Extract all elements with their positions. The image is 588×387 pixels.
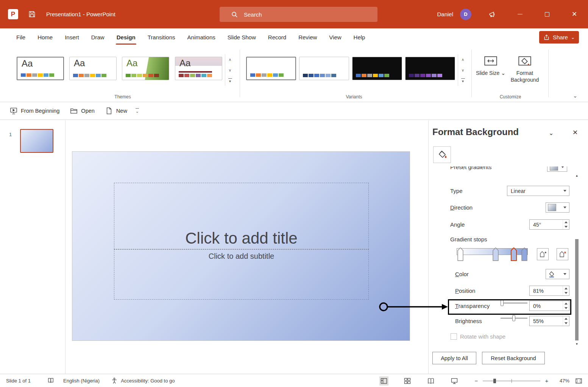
search-input[interactable] (244, 11, 373, 18)
variant-3[interactable] (352, 57, 402, 80)
search-box[interactable] (220, 7, 377, 22)
variant-4[interactable] (405, 57, 455, 80)
spin-down-icon[interactable] (563, 306, 569, 311)
apply-to-all-button[interactable]: Apply to All (432, 352, 476, 364)
tab-help[interactable]: Help (348, 28, 371, 46)
themes-scroll-down-icon[interactable]: ∨ (225, 65, 235, 75)
gradient-stops-bar[interactable] (457, 248, 528, 255)
reading-view-button[interactable] (426, 376, 435, 385)
powerpoint-logo-icon[interactable]: P (8, 9, 18, 19)
zoom-in-button[interactable]: + (544, 378, 550, 384)
fit-slide-to-window-button[interactable] (575, 377, 583, 385)
spin-up-icon[interactable] (563, 301, 569, 306)
close-button[interactable]: ✕ (561, 0, 588, 28)
title-placeholder[interactable]: Click to add title (114, 183, 369, 249)
transparency-slider[interactable] (501, 300, 527, 306)
fill-tab-button[interactable] (433, 146, 451, 163)
type-dropdown[interactable]: Linear (507, 186, 569, 196)
save-button[interactable] (28, 10, 36, 18)
direction-dropdown[interactable] (546, 202, 569, 213)
theme-3[interactable]: Aa (122, 57, 169, 80)
scroll-up-icon[interactable]: ▲ (574, 174, 580, 177)
variants-scroll-up-icon[interactable]: ∧ (458, 54, 468, 65)
pane-close-icon[interactable]: ✕ (572, 129, 578, 137)
variants-scroll-down-icon[interactable]: ∨ (458, 65, 468, 75)
tab-design[interactable]: Design (111, 28, 142, 46)
spell-check-button[interactable] (47, 377, 54, 384)
slider-handle[interactable] (501, 300, 504, 306)
gradient-stop-1[interactable] (457, 247, 463, 261)
slide-sorter-view-button[interactable] (403, 376, 412, 385)
tab-view[interactable]: View (323, 28, 347, 46)
remove-gradient-stop-button[interactable] (557, 248, 568, 260)
subtitle-placeholder[interactable]: Click to add subtitle (114, 249, 369, 300)
pane-collapse-chevron-icon[interactable]: ⌄ (549, 129, 554, 137)
scrollbar-thumb[interactable] (575, 239, 579, 340)
format-background-button[interactable]: Format Background (507, 53, 543, 93)
themes-scroll-up-icon[interactable]: ∧ (225, 54, 235, 65)
gradient-stop-4[interactable] (521, 247, 527, 261)
accessibility-checker-button[interactable] (111, 377, 118, 384)
from-beginning-button[interactable]: From Beginning (5, 102, 65, 120)
tab-animations[interactable]: Animations (181, 28, 221, 46)
zoom-handle[interactable] (493, 379, 496, 383)
variant-2[interactable] (299, 57, 349, 80)
transparency-spinner[interactable]: 0% (529, 301, 569, 311)
zoom-slider[interactable] (483, 378, 540, 384)
add-gradient-stop-button[interactable] (537, 248, 549, 260)
gradient-stop-2[interactable] (493, 247, 499, 261)
new-button[interactable]: New (100, 102, 133, 120)
spin-down-icon[interactable] (563, 225, 569, 230)
position-spinner[interactable]: 81% (529, 286, 569, 296)
reset-background-button[interactable]: Reset Background (482, 352, 545, 364)
slide-canvas[interactable]: Click to add title Click to add subtitle (72, 151, 410, 341)
variant-1[interactable] (246, 57, 296, 80)
brightness-spinner[interactable]: 55% (529, 316, 569, 326)
rotate-with-shape-checkbox[interactable] (451, 333, 457, 340)
collapse-ribbon-icon[interactable]: ⌄ (573, 93, 577, 99)
normal-view-button[interactable] (379, 376, 388, 385)
tab-home[interactable]: Home (31, 28, 59, 46)
spin-down-icon[interactable] (563, 291, 569, 296)
gradient-stop-3-selected[interactable] (511, 247, 517, 261)
color-dropdown[interactable] (546, 269, 569, 279)
variants-more-icon[interactable]: ▾ (458, 75, 468, 86)
tab-insert[interactable]: Insert (59, 28, 85, 46)
slide-thumbnail[interactable] (20, 129, 53, 153)
brightness-slider[interactable] (501, 315, 527, 321)
tab-slide-show[interactable]: Slide Show (221, 28, 262, 46)
angle-spinner[interactable]: 45° (529, 219, 569, 230)
slide-size-button[interactable]: Slide Size ⌄ (473, 53, 509, 93)
theme-2[interactable]: Aa (69, 57, 117, 80)
language-button[interactable]: English (Nigeria) (63, 378, 100, 384)
tab-file[interactable]: File (10, 28, 31, 46)
user-name[interactable]: Daniel (437, 11, 453, 17)
zoom-percent[interactable]: 47% (555, 378, 569, 384)
tab-transitions[interactable]: Transitions (142, 28, 181, 46)
coming-soon-button[interactable] (479, 0, 506, 28)
theme-office[interactable]: Aa (17, 57, 64, 80)
spin-up-icon[interactable] (563, 286, 569, 291)
zoom-out-button[interactable]: − (473, 378, 479, 384)
themes-group-label: Themes (17, 94, 229, 99)
tab-draw[interactable]: Draw (85, 28, 111, 46)
scroll-down-icon[interactable]: ▼ (574, 342, 580, 346)
themes-more-icon[interactable]: ▾ (225, 75, 235, 86)
customize-toolbar-chevron-icon[interactable]: ⌄ (136, 108, 139, 114)
open-button[interactable]: Open (65, 102, 100, 120)
tab-review[interactable]: Review (292, 28, 323, 46)
spin-up-icon[interactable] (563, 220, 569, 225)
slider-handle[interactable] (512, 315, 515, 321)
theme-4[interactable]: Aa (175, 57, 222, 80)
minimize-button[interactable] (506, 0, 533, 28)
spin-up-icon[interactable] (563, 316, 569, 321)
accessibility-status[interactable]: Accessibility: Good to go (121, 378, 175, 384)
preset-gradients-dropdown[interactable] (547, 166, 567, 172)
slide-show-button[interactable] (450, 376, 459, 385)
spin-down-icon[interactable] (563, 321, 569, 326)
pane-scrollbar[interactable]: ▲ ▼ (574, 166, 580, 347)
tab-record[interactable]: Record (262, 28, 292, 46)
avatar[interactable]: D (460, 9, 471, 20)
maximize-button[interactable] (533, 0, 561, 28)
share-button[interactable]: Share ⌄ (539, 31, 579, 44)
